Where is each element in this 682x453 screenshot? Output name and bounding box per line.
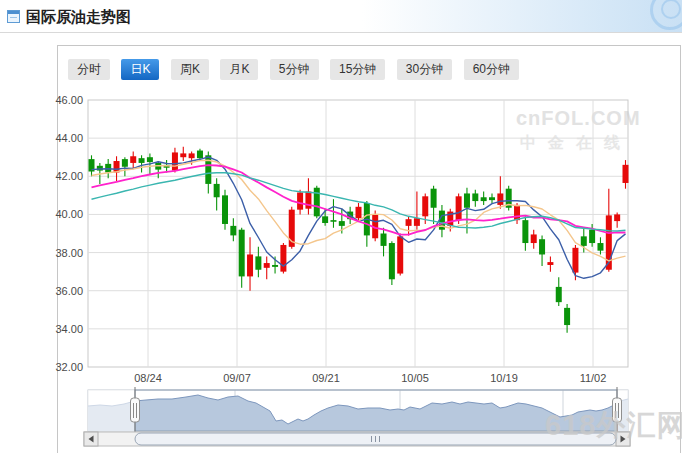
chart-panel (57, 45, 681, 453)
page-title: 国际原油走势图 (26, 8, 131, 27)
window-icon (7, 10, 20, 23)
tab-5min[interactable]: 5分钟 (270, 59, 319, 80)
tab-15min[interactable]: 15分钟 (330, 59, 385, 80)
tab-60min[interactable]: 60分钟 (464, 59, 519, 80)
header-gradient-decoration (362, 0, 682, 32)
tab-30min[interactable]: 30分钟 (397, 59, 452, 80)
page-header: 国际原油走势图 (0, 0, 682, 33)
tab-fenshi[interactable]: 分时 (68, 59, 110, 80)
period-tabs: 分时 日K 周K 月K 5分钟 15分钟 30分钟 60分钟 (68, 59, 526, 80)
tab-weekly-k[interactable]: 周K (171, 59, 209, 80)
app-root: { "header": { "title": "国际原油走势图" }, "too… (0, 0, 682, 453)
tab-monthly-k[interactable]: 月K (220, 59, 258, 80)
tab-daily-k[interactable]: 日K (121, 59, 159, 80)
swirl-decoration-icon (650, 0, 682, 30)
swirl-decoration-inner-icon (661, 0, 681, 19)
